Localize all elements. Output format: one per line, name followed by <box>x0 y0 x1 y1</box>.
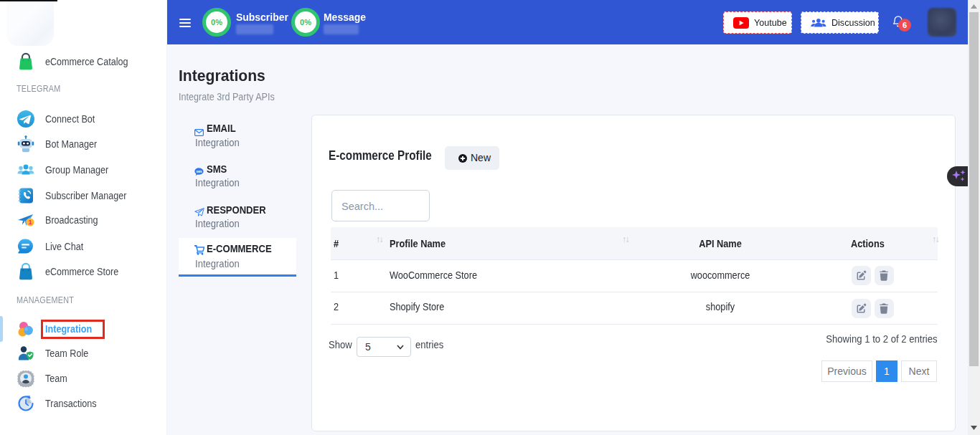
svg-text:SMS: SMS <box>197 171 202 173</box>
svg-text:1: 1 <box>28 219 32 226</box>
